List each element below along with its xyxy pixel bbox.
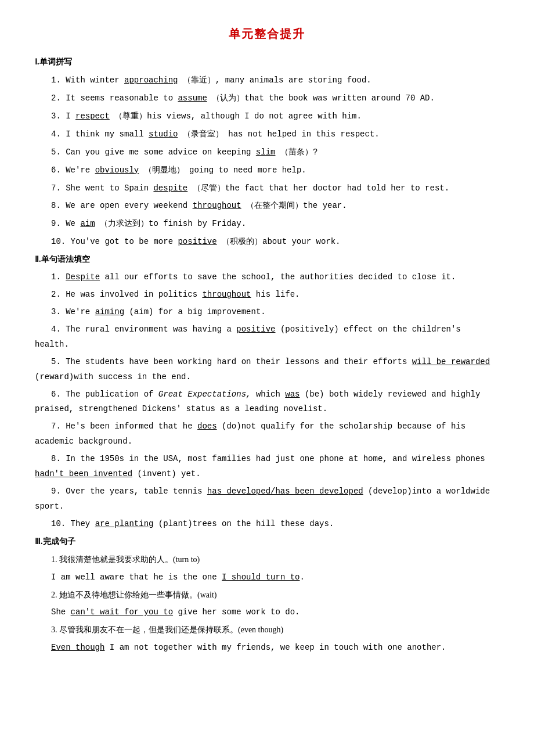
item-2-8: 8. In the 1950s in the USA, most familie… [35, 452, 499, 482]
item-2-6: 6. The publication of Great Expectations… [35, 387, 499, 417]
page-title: 单元整合提升 [35, 23, 499, 44]
item-2-9: 9. Over the years, table tennis has deve… [35, 484, 499, 514]
word-great-expectations: Great Expectations, [158, 390, 251, 399]
word-hadnt-been-invented: hadn't been invented [35, 469, 132, 478]
item-3-2-zh: 2. 她迫不及待地想让你给她一些事情做。(wait) [35, 588, 499, 603]
item-1-1: 1. With winter approaching （靠近）, many an… [35, 73, 499, 88]
item-2-1: 1. Despite all our efforts to save the s… [35, 270, 499, 285]
item-2-7: 7. He's been informed that he does (do)n… [35, 419, 499, 449]
word-i-should-turn-to: I should turn to [222, 573, 300, 582]
section-3: Ⅲ.完成句子 1. 我很清楚他就是我要求助的人。(turn to) I am w… [35, 534, 499, 656]
word-will-be-rewarded: will be rewarded [412, 357, 490, 366]
item-1-8: 8. We are open every weekend throughout … [35, 198, 499, 214]
item-2-3: 3. We're aiming (aim) for a big improvem… [35, 305, 499, 320]
item-2-2: 2. He was involved in politics throughou… [35, 287, 499, 303]
item-1-7: 7. She went to Spain despite （尽管）the fac… [35, 181, 499, 196]
item-1-3: 3. I respect （尊重）his views, although I d… [35, 109, 499, 124]
item-1-2: 2. It seems reasonable to assume （认为）tha… [35, 91, 499, 106]
word-obviously: obviously [95, 165, 139, 175]
item-3-1-en: I am well aware that he is the one I sho… [35, 570, 499, 585]
word-despite: despite [153, 183, 187, 193]
section-3-header: Ⅲ.完成句子 [35, 534, 499, 549]
word-aiming: aiming [95, 307, 124, 316]
word-respect: respect [75, 111, 110, 121]
word-was: was [285, 390, 300, 399]
word-are-planting: are planting [95, 519, 154, 528]
word-cant-wait-for-you-to: can't wait for you to [71, 607, 173, 617]
word-despite-2: Despite [66, 272, 100, 282]
word-studio: studio [149, 129, 178, 139]
word-slim: slim [256, 147, 276, 157]
item-2-5: 5. The students have been working hard o… [35, 355, 499, 385]
item-1-9: 9. We aim （力求达到）to finish by Friday. [35, 216, 499, 232]
word-throughout-2: throughout [202, 290, 251, 299]
item-3-2-en: She can't wait for you to give her some … [35, 605, 499, 620]
word-positive-2: positive [236, 325, 275, 334]
word-has-developed: has developed/has been developed [207, 487, 363, 496]
item-1-4: 4. I think my small studio （录音室） has not… [35, 127, 499, 142]
section-2: Ⅱ.单句语法填空 1. Despite all our efforts to s… [35, 252, 499, 531]
item-2-10: 10. They are planting (plant)trees on th… [35, 517, 499, 532]
word-positive: positive [178, 237, 217, 246]
section-2-header: Ⅱ.单句语法填空 [35, 252, 499, 267]
item-3-3-zh: 3. 尽管我和朋友不在一起，但是我们还是保持联系。(even though) [35, 622, 499, 638]
item-3-3-en: Even though I am not together with my fr… [35, 640, 499, 656]
item-2-4: 4. The rural environment was having a po… [35, 322, 499, 352]
item-1-5: 5. Can you give me some advice on keepin… [35, 145, 499, 160]
word-does: does [197, 422, 217, 431]
word-throughout: throughout [193, 201, 241, 210]
word-even-though: Even though [51, 643, 104, 652]
item-3-1-zh: 1. 我很清楚他就是我要求助的人。(turn to) [35, 552, 499, 568]
word-aim: aim [80, 219, 95, 228]
section-1: Ⅰ.单词拼写 1. With winter approaching （靠近）, … [35, 55, 499, 250]
item-1-10: 10. You've got to be more positive （积极的）… [35, 234, 499, 250]
item-1-6: 6. We're obviously （明显地） going to need m… [35, 163, 499, 178]
word-approaching: approaching [124, 75, 178, 85]
section-1-header: Ⅰ.单词拼写 [35, 55, 499, 69]
word-assume: assume [178, 93, 207, 103]
